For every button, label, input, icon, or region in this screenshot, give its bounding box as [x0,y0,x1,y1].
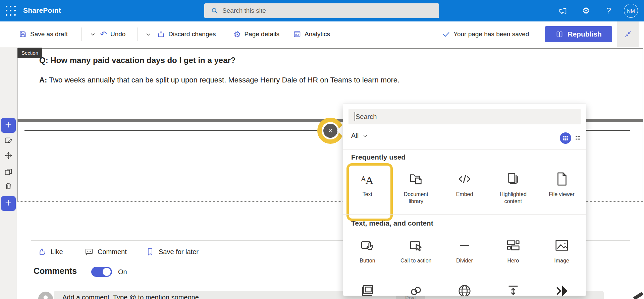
page-details-button[interactable]: ⚙ Page details [233,21,279,47]
discard-changes-button[interactable]: Discard changes [157,21,216,47]
undo-icon: ↶ [100,30,107,38]
webpart-embed[interactable]: Embed [440,167,489,205]
plus-icon [4,198,13,208]
comments-toggle-state: On [118,268,127,276]
megaphone-icon[interactable] [558,6,568,15]
webpart-spacer[interactable] [489,279,537,296]
delete-section-button[interactable] [1,179,16,194]
group-title-frequently-used: Frequently used [351,153,406,161]
move-section-button[interactable] [1,149,16,164]
web-part-search-input[interactable] [348,109,581,124]
gear-icon[interactable]: ⚙ [581,6,591,15]
grid-view-button[interactable] [560,132,571,144]
webpart-label: Hero [507,257,519,264]
webpart-highlighted-content[interactable]: Highlighted content [489,167,537,205]
save-for-later-label: Save for later [159,248,199,256]
filter-dropdown[interactable]: All [351,132,368,139]
collapse-arrows-icon [624,30,632,38]
copy-icon [4,168,13,178]
collapse-command-bar-button[interactable] [617,21,639,47]
webpart-label: Image [554,257,569,264]
divider [82,27,82,41]
chevron-down-icon [363,133,368,139]
hero-icon [505,238,521,253]
discard-changes-label: Discard changes [168,31,216,38]
analytics-button[interactable]: Analytics [293,21,330,47]
webpart-link[interactable] [392,279,440,296]
highlighted-content-icon [505,171,521,187]
link-icon [408,283,424,296]
webpart-button[interactable]: Button [343,234,392,264]
grid-view-icon [562,135,569,141]
add-web-part-button-top[interactable] [1,118,16,133]
analytics-icon [293,30,301,38]
file-viewer-icon [554,171,570,187]
page-details-gear-icon: ⚙ [233,30,241,38]
call-to-action-icon [408,238,424,253]
section-tooltip: Section [17,48,42,58]
close-web-part-picker-button[interactable] [323,124,337,138]
question-text[interactable]: Q: How many paid vacation days do I get … [39,56,236,65]
webpart-image-gallery[interactable] [343,279,392,296]
webpart-label: Embed [456,191,473,198]
duplicate-section-button[interactable] [1,166,16,180]
edit-icon [4,136,13,146]
add-section-button-bottom[interactable] [1,196,16,211]
webpart-label: File viewer [549,191,574,198]
command-bar: Save as draft ↶ Undo Discard changes ⚙ P… [0,21,644,47]
webpart-divider[interactable]: Divider [440,234,489,264]
text-caret [355,112,355,121]
list-view-icon [575,135,581,141]
comment-button[interactable]: Comment [85,247,127,256]
page-details-label: Page details [244,31,279,38]
save-as-draft-button[interactable]: Save as draft [19,21,68,47]
save-options-chevron-icon[interactable] [90,32,96,37]
save-for-later-button[interactable]: Save for later [146,247,199,256]
webpart-label: Highlighted content [494,191,532,205]
checkmark-icon [442,30,450,38]
search-input[interactable] [222,7,424,14]
web-part-search-box[interactable] [348,109,581,124]
text-media-content-tiles: ButtonCall to actionDividerHeroImage [343,234,586,264]
webpart-file-viewer[interactable]: File viewer [537,167,586,205]
waffle-icon[interactable] [4,4,17,17]
webpart-call-to-action[interactable]: Call to action [392,234,440,264]
help-icon[interactable]: ? [604,6,613,15]
image-gallery-icon [360,283,375,296]
webpart-hero[interactable]: Hero [489,234,537,264]
analytics-label: Analytics [305,31,330,38]
discard-icon [157,30,165,38]
divider [343,214,586,215]
comments-toggle[interactable] [91,267,112,277]
webpart-world[interactable] [440,279,489,296]
close-icon [327,127,334,134]
image-icon [554,238,570,253]
webpart-text[interactable]: AAText [343,167,392,205]
filter-label: All [351,132,359,139]
comment-label: Comment [98,248,127,256]
button-icon [360,238,375,253]
divider-icon [457,238,472,253]
thumbs-up-icon [38,247,47,256]
republish-button[interactable]: Republish [545,26,612,42]
webpart-quick-links[interactable] [537,279,586,296]
avatar[interactable]: NM [624,4,638,18]
webpart-label: Text [363,191,372,198]
divider [138,27,138,41]
edit-section-button[interactable] [1,134,16,148]
search-icon [211,7,218,14]
answer-text[interactable]: A: Two weeks annually that can be split … [39,76,399,84]
undo-button[interactable]: ↶ Undo [100,21,125,47]
comment-bubble-icon [85,247,94,256]
undo-options-chevron-icon[interactable] [146,32,151,37]
plus-icon [4,120,13,130]
list-view-button[interactable] [575,135,581,141]
like-button[interactable]: Like [38,247,63,256]
trash-icon [4,182,13,192]
suite-search-box[interactable] [204,3,439,18]
republish-label: Republish [568,30,602,38]
webpart-document-library[interactable]: Document library [392,167,440,205]
webpart-label: Document library [397,191,435,205]
app-name[interactable]: SharePoint [23,6,61,14]
webpart-image[interactable]: Image [537,234,586,264]
